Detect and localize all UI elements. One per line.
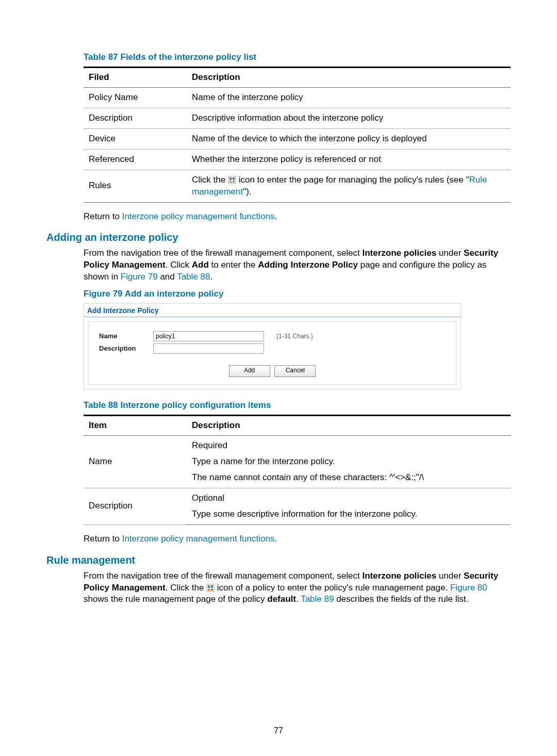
bold-interzone-policies: Interzone policies [363, 571, 437, 581]
page-number: 77 [0, 726, 557, 735]
svg-rect-2 [233, 177, 235, 180]
svg-rect-9 [211, 589, 213, 590]
cell-desc: Type some descriptive information for th… [187, 506, 511, 524]
table-row: NameRequired [84, 435, 511, 453]
cell-item: Description [84, 488, 187, 524]
cell-desc: Type a name for the interzone policy. [187, 454, 511, 470]
table88-caption: Table 88 Interzone policy configuration … [84, 400, 511, 412]
table89-link[interactable]: Table 89 [301, 594, 334, 604]
table88-header-item: Item [84, 416, 187, 436]
return-line: Return to Interzone policy management fu… [84, 533, 511, 545]
cell-field: Device [84, 128, 187, 149]
cell-desc: Name of the device to which the interzon… [187, 128, 511, 149]
txt: under [436, 248, 464, 258]
txt: . [210, 272, 212, 282]
return-text: Return to [84, 211, 122, 221]
rules-icon [228, 176, 236, 184]
txt: describes the fields of the rule list. [334, 594, 468, 604]
table88-link[interactable]: Table 88 [177, 272, 210, 282]
rules-icon [206, 584, 215, 592]
svg-rect-3 [230, 181, 232, 183]
table88-header-desc: Description [187, 416, 511, 436]
table-row: Rules Click the icon to enter the page f… [84, 170, 511, 202]
svg-rect-8 [208, 589, 210, 590]
cell-desc: Click the icon to enter the page for man… [187, 170, 511, 202]
name-input[interactable] [153, 331, 264, 341]
cell-desc: Descriptive information about the interz… [187, 108, 511, 128]
cell-text: icon to enter the page for managing the … [236, 175, 469, 185]
bold-add: Add [192, 260, 209, 270]
name-label: Name [99, 332, 153, 341]
txt: to enter the [209, 260, 258, 270]
cell-text: "). [243, 187, 251, 196]
cell-item: Name [84, 435, 187, 488]
cell-desc: Whether the interzone policy is referenc… [187, 149, 511, 170]
figure79-link[interactable]: Figure 79 [121, 272, 158, 282]
cell-desc: Optional [187, 488, 511, 506]
table87-caption: Table 87 Fields of the interzone policy … [84, 52, 511, 63]
add-button[interactable]: Add [229, 365, 270, 377]
description-input[interactable] [153, 343, 264, 354]
heading-adding-interzone-policy: Adding an interzone policy [46, 232, 511, 243]
name-hint: (1-31 Chars.) [276, 332, 313, 340]
add-paragraph: From the navigation tree of the firewall… [84, 248, 511, 283]
bold-adding-page: Adding Interzone Policy [258, 260, 358, 270]
interzone-mgmt-link[interactable]: Interzone policy management functions [122, 534, 275, 544]
svg-rect-7 [211, 585, 213, 588]
return-text: Return to [84, 534, 122, 544]
txt: From the navigation tree of the firewall… [84, 248, 363, 258]
table-row: Description Descriptive information abou… [84, 108, 511, 128]
figure79-caption: Figure 79 Add an interzone policy [84, 288, 511, 300]
cell-desc: Required [187, 435, 511, 453]
txt: shows the rule management page of the po… [84, 594, 267, 604]
txt: icon of a policy to enter the policy's r… [215, 583, 450, 593]
table-row: DescriptionOptional [84, 488, 511, 506]
cancel-button[interactable]: Cancel [274, 365, 316, 377]
svg-rect-1 [230, 177, 232, 180]
rule-paragraph: From the navigation tree of the firewall… [84, 570, 511, 606]
bold-interzone-policies: Interzone policies [363, 248, 437, 258]
return-tail: . [274, 211, 277, 221]
description-label: Description [99, 344, 153, 353]
table87: Filed Description Policy Name Name of th… [84, 67, 511, 203]
heading-rule-management: Rule management [46, 554, 511, 566]
txt: . Click [166, 260, 192, 270]
cell-desc: Name of the interzone policy [187, 87, 511, 108]
figure80-link[interactable]: Figure 80 [450, 583, 487, 593]
cell-field: Referenced [84, 149, 187, 170]
svg-rect-4 [233, 181, 235, 183]
interzone-mgmt-link[interactable]: Interzone policy management functions [122, 211, 275, 221]
txt: and [158, 272, 177, 282]
txt: From the navigation tree of the firewall… [84, 571, 363, 581]
table87-header-filed: Filed [84, 67, 187, 87]
txt: under [436, 571, 464, 581]
table-row: Policy Name Name of the interzone policy [84, 87, 511, 108]
cell-desc: The name cannot contain any of these cha… [187, 470, 511, 488]
dialog-title: Add Interzone Policy [84, 304, 461, 317]
divider [84, 317, 461, 317]
txt: . [296, 594, 301, 604]
cell-field: Rules [84, 170, 187, 202]
cell-field: Description [84, 108, 187, 128]
cell-text: Click the [192, 175, 228, 185]
bold-default: default [267, 594, 296, 604]
txt: . Click the [166, 583, 206, 593]
svg-rect-6 [208, 585, 210, 588]
cell-field: Policy Name [84, 87, 187, 108]
table-row: Device Name of the device to which the i… [84, 128, 511, 149]
table87-header-desc: Description [187, 67, 511, 87]
table88: Item Description NameRequiredType a name… [84, 415, 511, 525]
return-tail: . [274, 534, 277, 544]
figure79-screenshot: Add Interzone Policy Name (1-31 Chars.) … [84, 303, 461, 389]
table-row: Referenced Whether the interzone policy … [84, 149, 511, 170]
return-line: Return to Interzone policy management fu… [84, 211, 511, 223]
